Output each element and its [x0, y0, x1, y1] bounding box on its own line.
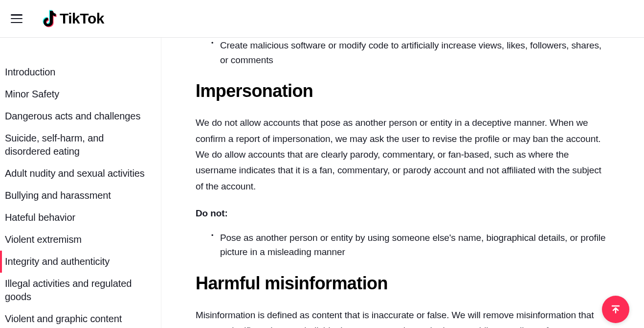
- list-item: Create malicious software or modify code…: [220, 38, 611, 67]
- sidebar-item-adult-nudity[interactable]: Adult nudity and sexual activities: [5, 163, 156, 185]
- arrow-up-to-line-icon: [610, 304, 622, 315]
- logo[interactable]: TikTok: [41, 9, 104, 28]
- scroll-to-top-button[interactable]: [602, 296, 629, 323]
- menu-icon[interactable]: [11, 14, 22, 23]
- sidebar[interactable]: Introduction Minor Safety Dangerous acts…: [0, 38, 161, 328]
- donot-label: Do not:: [196, 208, 611, 219]
- sidebar-item-hateful-behavior[interactable]: Hateful behavior: [5, 207, 156, 229]
- misinformation-body: Misinformation is defined as content tha…: [196, 307, 611, 328]
- sidebar-item-violent-extremism[interactable]: Violent extremism: [5, 229, 156, 251]
- sidebar-item-integrity-authenticity[interactable]: Integrity and authenticity: [0, 251, 156, 273]
- lead-bullets: commercial spam Create malicious softwar…: [196, 38, 611, 67]
- tiktok-note-icon: [41, 9, 58, 28]
- logo-text: TikTok: [60, 10, 104, 27]
- impersonation-body: We do not allow accounts that pose as an…: [196, 115, 611, 194]
- header: TikTok: [0, 0, 644, 38]
- list-item: Pose as another person or entity by usin…: [220, 231, 611, 259]
- main-content: commercial spam Create malicious softwar…: [161, 38, 644, 328]
- sidebar-item-suicide-self-harm[interactable]: Suicide, self-harm, and disordered eatin…: [5, 127, 156, 163]
- sidebar-item-dangerous-acts[interactable]: Dangerous acts and challenges: [5, 105, 156, 127]
- sidebar-item-violent-graphic[interactable]: Violent and graphic content: [5, 308, 156, 328]
- sidebar-item-bullying[interactable]: Bullying and harassment: [5, 185, 156, 207]
- impersonation-donot-list: Pose as another person or entity by usin…: [196, 231, 611, 259]
- heading-misinformation: Harmful misinformation: [196, 273, 611, 294]
- heading-impersonation: Impersonation: [196, 81, 611, 101]
- sidebar-item-minor-safety[interactable]: Minor Safety: [5, 83, 156, 105]
- sidebar-item-illegal-activities[interactable]: Illegal activities and regulated goods: [5, 273, 156, 308]
- sidebar-item-introduction[interactable]: Introduction: [5, 61, 156, 83]
